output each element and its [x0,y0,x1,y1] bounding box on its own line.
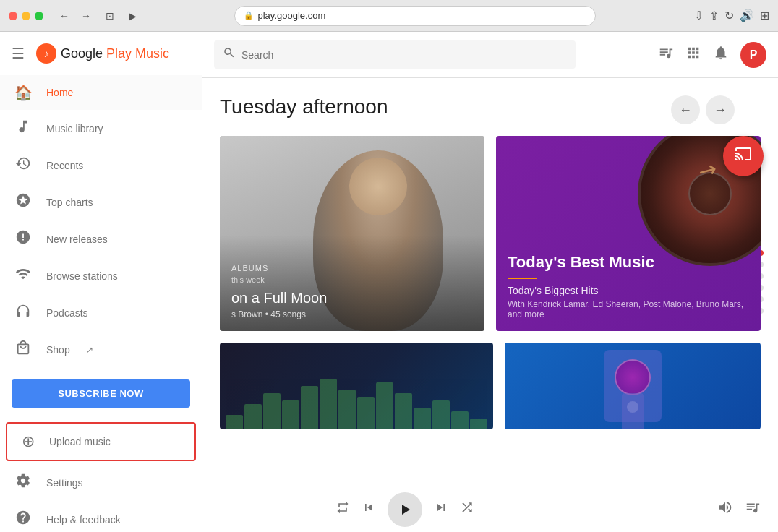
fab-button[interactable] [723,136,764,176]
player-bar [202,486,778,532]
cast-icon [735,145,752,167]
card-albums-label: Albums [231,264,473,273]
card-best-music-title: Today's Best Music [508,253,749,272]
carousel-controls: ← → [671,95,735,124]
app-name-text: Google Play Music [61,46,169,61]
search-box[interactable] [214,40,576,69]
apps-icon[interactable] [685,45,701,64]
bookmark-button[interactable]: ▶ [124,9,141,23]
shuffle-button[interactable] [460,500,474,518]
queue-icon[interactable] [745,499,761,519]
play-button[interactable] [388,492,422,527]
forward-button[interactable]: → [77,9,95,23]
settings-icon [14,473,32,492]
app-logo: ♪ Google Play Music [36,43,169,64]
wave-bar [432,400,450,429]
card-albums-sublabel: this week [231,275,473,284]
waveform [220,372,493,429]
card-albums-content: Albums this week on a Full Moon s Brown … [220,235,484,331]
card-dark-wave[interactable] [220,343,493,429]
close-button[interactable] [9,12,17,20]
new-releases-icon [14,229,32,249]
add-tab-icon[interactable]: ⊞ [760,9,769,22]
search-input[interactable] [241,49,567,61]
new-releases-label: New releases [46,233,108,245]
wave-bar [282,400,299,429]
help-label: Help & feedback [46,514,121,525]
card-albums[interactable]: Albums this week on a Full Moon s Brown … [220,136,484,331]
wave-bar [395,393,412,429]
card-albums-title: on a Full Moon [231,290,473,306]
browse-stations-label: Browse stations [46,270,118,282]
wave-bar [263,393,281,429]
sound-icon[interactable]: 🔊 [740,9,754,22]
download-icon[interactable]: ⇩ [694,9,704,22]
url-text: play.google.com [258,10,326,21]
card-albums-subtitle: s Brown • 45 songs [231,309,473,319]
sidebar-header: ☰ ♪ Google Play Music [0,32,202,75]
app-container: ☰ ♪ Google Play Music 🏠 Home Music libra… [0,32,778,532]
wave-bar [338,390,356,429]
wave-bar [470,419,487,429]
sidebar-item-help[interactable]: Help & feedback [0,501,202,532]
card-best-music-subtitle: Today's Biggest Hits [508,285,749,296]
sidebar-item-settings[interactable]: Settings [0,464,202,501]
sidebar-item-new-releases[interactable]: New releases [0,220,202,257]
queue-music-icon[interactable] [658,45,674,64]
home-label: Home [46,87,73,98]
notifications-icon[interactable] [713,45,729,64]
address-bar[interactable]: 🔒 play.google.com [234,6,596,26]
card-best-music[interactable]: ↗ Today's Best Music Today's Biggest Hit… [496,136,761,331]
wave-bar [301,386,318,429]
share-icon[interactable]: ⇪ [709,9,719,22]
upload-music-label: Upload music [49,436,111,447]
sidebar-item-top-charts[interactable]: Top charts [0,184,202,220]
sidebar-item-recents[interactable]: Recents [0,147,202,184]
search-icon [223,46,236,63]
player-right [717,499,761,519]
previous-button[interactable] [362,500,376,518]
subscribe-now-button[interactable]: SUBSCRIBE NOW [12,379,190,408]
sidebar-item-shop[interactable]: Shop ↗ [0,331,202,368]
avatar[interactable]: P [740,42,766,68]
maximize-button[interactable] [35,12,43,20]
carousel-next-button[interactable]: → [706,95,735,124]
home-icon: 🏠 [14,84,32,101]
music-library-icon [14,119,32,138]
cards-row-1: Albums this week on a Full Moon s Brown … [220,136,761,331]
card-divider [508,278,537,279]
sidebar-item-music-library[interactable]: Music library [0,110,202,147]
podcasts-label: Podcasts [46,307,88,319]
content-area: Tuesday afternoon ← → [202,78,778,486]
lock-icon: 🔒 [244,11,254,20]
upload-music-item[interactable]: ⊕ Upload music [6,422,196,461]
recents-label: Recents [46,160,83,171]
back-button[interactable]: ← [55,9,74,23]
carousel-prev-button[interactable]: ← [671,95,700,124]
shop-icon [14,340,32,359]
sidebar: ☰ ♪ Google Play Music 🏠 Home Music libra… [0,32,202,532]
wave-bar [357,397,375,429]
card-best-music-desc: With Kendrick Lamar, Ed Sheeran, Post Ma… [508,299,749,319]
minimize-button[interactable] [22,12,30,20]
sidebar-item-browse-stations[interactable]: Browse stations [0,257,202,294]
repeat-button[interactable] [335,500,350,518]
sidebar-item-home[interactable]: 🏠 Home [0,75,202,110]
browser-actions: ⇩ ⇪ ↻ 🔊 ⊞ [694,9,769,22]
next-button[interactable] [434,500,448,518]
top-charts-icon [14,192,32,212]
reload-icon[interactable]: ↻ [724,9,734,22]
reader-view-button[interactable]: ⊡ [101,9,119,23]
cards-row-2 [220,343,761,429]
volume-icon[interactable] [717,499,733,519]
card-blue-speaker[interactable] [505,343,761,429]
main-content: P Tuesday afternoon ← → [202,32,778,532]
nav-arrows: ← → [55,9,95,23]
speaker-woofer [615,359,651,395]
wave-bar [320,379,337,429]
settings-label: Settings [46,477,83,489]
music-library-label: Music library [46,123,103,134]
sidebar-item-podcasts[interactable]: Podcasts [0,294,202,331]
wave-bar [414,408,431,429]
hamburger-menu-icon[interactable]: ☰ [12,45,25,62]
